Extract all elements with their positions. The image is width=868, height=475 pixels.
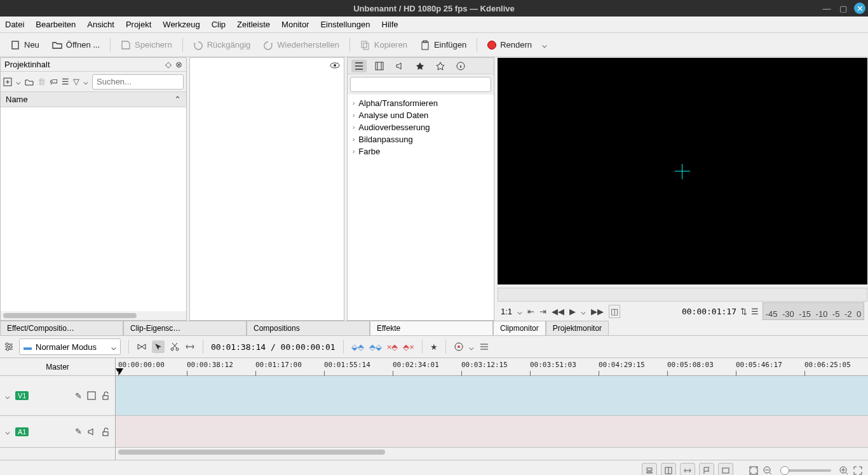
zone-out-icon[interactable]: ⇥ xyxy=(539,307,546,316)
status-snap-icon[interactable] xyxy=(642,463,657,476)
mix-icon[interactable]: ⬙⬘ xyxy=(351,342,364,352)
chevron-down-icon[interactable]: ⌵ xyxy=(581,307,586,316)
effect-category[interactable]: ›Analyse und Daten xyxy=(348,109,494,121)
tool-select-icon[interactable] xyxy=(152,340,165,353)
close-button[interactable]: ✕ xyxy=(854,3,865,14)
eye-icon[interactable] xyxy=(330,60,340,70)
track-header-a1[interactable]: ⌵ A1 ✎ xyxy=(0,416,115,448)
chevron-down-icon[interactable]: ⌵ xyxy=(469,342,474,352)
zoom-in-icon[interactable] xyxy=(839,465,849,476)
tab-projectmonitor[interactable]: Projektmonitor xyxy=(546,321,609,335)
tab-effect-composition[interactable]: Effect/Compositio… xyxy=(0,321,123,335)
open-button[interactable]: Öffnen ... xyxy=(47,37,105,53)
chevron-down-icon[interactable]: ⌵ xyxy=(5,427,10,436)
menu-ansicht[interactable]: Ansicht xyxy=(87,20,114,29)
playhead[interactable] xyxy=(116,368,123,376)
chevron-down-icon[interactable]: ⌵ xyxy=(5,391,10,401)
tool-spacer-icon[interactable] xyxy=(185,342,195,352)
menu-monitor[interactable]: Monitor xyxy=(281,20,309,29)
speaker-icon[interactable] xyxy=(87,427,96,436)
copy-button[interactable]: Kopieren xyxy=(355,37,412,53)
fx-tab-film-icon[interactable] xyxy=(372,60,387,72)
lock-icon[interactable] xyxy=(101,427,110,436)
undo-button[interactable]: Rückgängig xyxy=(188,37,256,53)
chevron-down-icon[interactable]: ⌵ xyxy=(16,77,21,86)
monitor-viewport[interactable] xyxy=(498,58,867,284)
add-clip-icon[interactable] xyxy=(3,77,12,86)
effects-icon[interactable]: ✎ xyxy=(75,427,82,436)
chevron-down-icon[interactable]: ⌵ xyxy=(83,77,88,86)
new-button[interactable]: Neu xyxy=(5,37,44,53)
timeline-timecode[interactable]: 00:01:38:14 / 00:00:00:01 xyxy=(211,342,336,352)
tab-effects[interactable]: Effekte xyxy=(370,321,493,335)
fx-tab-audio-icon[interactable] xyxy=(392,60,407,72)
effect-category[interactable]: ›Audioverbesserung xyxy=(348,121,494,133)
menu-projekt[interactable]: Projekt xyxy=(126,20,151,29)
track-header-v1[interactable]: ⌵ V1 ✎ xyxy=(0,376,115,416)
tab-clip-properties[interactable]: Clip-Eigensc… xyxy=(123,321,247,335)
remove-all-space-icon[interactable]: ⬘× xyxy=(403,342,414,352)
effect-category[interactable]: ›Bildanpassung xyxy=(348,133,494,145)
status-guide-icon[interactable] xyxy=(661,463,676,476)
tab-clipmonitor[interactable]: Clipmonitor xyxy=(493,321,546,335)
maximize-button[interactable]: ▢ xyxy=(837,3,849,14)
menu-werkzeug[interactable]: Werkzeug xyxy=(163,20,200,29)
monitor-scale[interactable]: 1:1 xyxy=(501,307,512,316)
master-track-label[interactable]: Master xyxy=(0,358,115,376)
folder-icon[interactable] xyxy=(25,77,34,86)
bin-col-name[interactable]: Name xyxy=(6,95,28,104)
fx-tab-info-icon[interactable] xyxy=(453,60,468,72)
play-icon[interactable]: ▶ xyxy=(569,307,576,316)
align-icon[interactable]: ⬘⬙ xyxy=(369,342,382,352)
zoom-slider[interactable] xyxy=(780,469,831,472)
trash-icon[interactable]: 🗑 xyxy=(37,77,46,86)
tag-icon[interactable]: 🏷 xyxy=(50,77,58,86)
fx-tab-list[interactable] xyxy=(351,60,367,72)
lock-icon[interactable] xyxy=(101,391,110,400)
timeline-scrollbar[interactable] xyxy=(116,448,868,457)
zoom-out-icon[interactable] xyxy=(763,465,773,476)
effect-category[interactable]: ›Alpha/Transformieren xyxy=(348,97,494,109)
minimize-button[interactable]: — xyxy=(821,3,832,14)
paste-button[interactable]: Einfügen xyxy=(415,37,471,53)
edit-mode-select[interactable]: ▬Normaler Modus⌵ xyxy=(19,338,121,355)
status-flag-icon[interactable] xyxy=(699,463,714,476)
effects-search-input[interactable] xyxy=(350,77,491,92)
menu-clip[interactable]: Clip xyxy=(212,20,226,29)
fullscreen-icon[interactable] xyxy=(853,465,863,476)
effect-category[interactable]: ›Farbe xyxy=(348,145,494,157)
spinner-icon[interactable]: ⇅ xyxy=(740,307,747,316)
float-icon[interactable]: ◇ xyxy=(165,60,172,69)
track-v1-area[interactable] xyxy=(116,376,868,416)
remove-space-icon[interactable]: ×⬘ xyxy=(387,342,398,352)
film-icon[interactable] xyxy=(87,391,96,400)
sort-asc-icon[interactable]: ⌃ xyxy=(174,95,181,104)
redo-button[interactable]: Wiederherstellen xyxy=(258,37,344,53)
monitor-scrubber[interactable] xyxy=(498,288,867,302)
record-icon[interactable] xyxy=(454,342,464,352)
status-arrows-icon[interactable] xyxy=(680,463,695,476)
notes-area[interactable] xyxy=(190,58,344,320)
fit-zoom-icon[interactable] xyxy=(749,465,759,476)
status-zone-icon[interactable] xyxy=(718,463,733,476)
mixer-icon[interactable] xyxy=(479,342,489,352)
menu-zeitleiste[interactable]: Zeitleiste xyxy=(237,20,270,29)
rewind-icon[interactable]: ◀◀ xyxy=(552,307,564,316)
tab-compositions[interactable]: Compositions xyxy=(247,321,370,335)
tool-compositions-icon[interactable] xyxy=(137,342,147,352)
close-panel-icon[interactable]: ⊗ xyxy=(175,60,182,69)
settings-icon[interactable] xyxy=(4,342,14,352)
menu-bearbeiten[interactable]: Bearbeiten xyxy=(36,20,76,29)
hamburger-icon[interactable]: ☰ xyxy=(751,307,759,316)
bin-list[interactable] xyxy=(1,107,186,311)
effects-icon[interactable]: ✎ xyxy=(75,391,82,401)
menu-einstellungen[interactable]: Einstellungen xyxy=(320,20,370,29)
render-button[interactable]: Rendern⌵ xyxy=(482,37,555,53)
save-button[interactable]: Speichern xyxy=(116,37,177,53)
fx-tab-custom-icon[interactable] xyxy=(412,60,428,72)
zone-in-icon[interactable]: ⇤ xyxy=(527,307,534,316)
track-a1-area[interactable] xyxy=(116,416,868,448)
menu-hilfe[interactable]: Hilfe xyxy=(382,20,398,29)
forward-icon[interactable]: ▶▶ xyxy=(591,307,604,316)
timeline-ruler[interactable]: 00:00:00:00 00:00:38:12 00:01:17:00 00:0… xyxy=(116,358,868,376)
